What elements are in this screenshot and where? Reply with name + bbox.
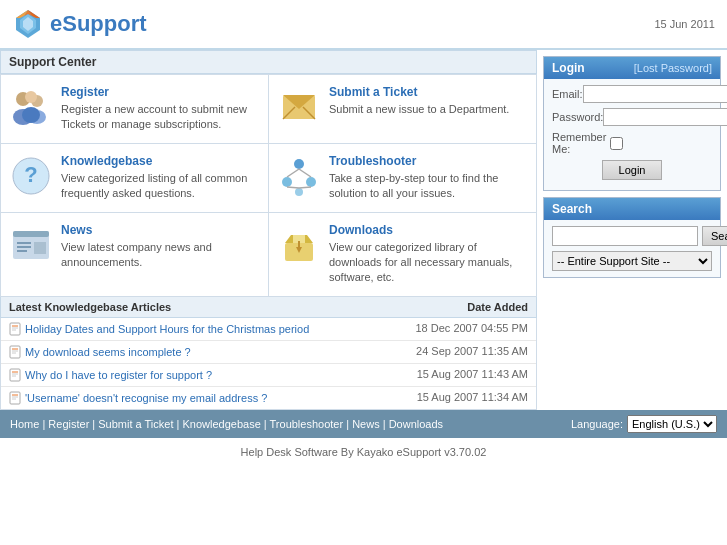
search-header: Search	[544, 198, 720, 220]
svg-rect-27	[13, 231, 49, 237]
kb-date-2: 15 Aug 2007 11:43 AM	[417, 368, 528, 382]
kb-section-header: Latest Knowledgebase Articles Date Added	[0, 297, 537, 318]
feature-cell-register: Register Register a new account to submi…	[1, 75, 269, 144]
feature-text-submit-ticket: Submit a Ticket Submit a new issue to a …	[329, 85, 509, 117]
svg-point-20	[306, 177, 316, 187]
email-row: Email:	[552, 85, 712, 103]
troubleshooter-link[interactable]: Troubleshooter	[329, 154, 528, 168]
logo-area: eSupport	[12, 8, 147, 40]
feature-cell-submit-ticket: Submit a Ticket Submit a new issue to a …	[269, 75, 537, 144]
remember-row: Remember Me:	[552, 131, 712, 155]
submit-ticket-icon	[277, 85, 321, 129]
footer-link-kb[interactable]: Knowledgebase	[182, 418, 260, 430]
register-desc: Register a new account to submit new Tic…	[61, 103, 247, 130]
search-title: Search	[552, 202, 592, 216]
remember-checkbox[interactable]	[610, 137, 623, 150]
language-select[interactable]: English (U.S.)	[627, 415, 717, 433]
feature-cell-downloads: Downloads View our categorized library o…	[269, 213, 537, 297]
kb-row: Holiday Dates and Support Hours for the …	[1, 318, 536, 341]
svg-rect-41	[10, 346, 20, 358]
svg-line-23	[299, 169, 311, 177]
submit-ticket-link[interactable]: Submit a Ticket	[329, 85, 509, 99]
logo-text: eSupport	[50, 11, 147, 37]
svg-point-18	[294, 159, 304, 169]
login-header: Login [Lost Password]	[544, 57, 720, 79]
password-label: Password:	[552, 111, 603, 123]
doc-icon	[9, 345, 21, 359]
login-button[interactable]: Login	[602, 160, 663, 180]
register-icon	[9, 85, 53, 129]
kb-article-link-3[interactable]: 'Username' doesn't recognise my email ad…	[9, 391, 267, 405]
footer-link-downloads[interactable]: Downloads	[389, 418, 443, 430]
footer-links: Home | Register | Submit a Ticket | Know…	[10, 418, 443, 430]
remember-label: Remember Me:	[552, 131, 610, 155]
svg-rect-36	[298, 241, 300, 249]
kb-icon: ?	[9, 154, 53, 198]
register-link[interactable]: Register	[61, 85, 260, 99]
content-area: Support Center Register	[0, 50, 537, 410]
login-form: Email: Password: Remember Me:	[544, 79, 720, 190]
search-button[interactable]: Search	[702, 226, 727, 246]
kb-article-link-1[interactable]: My download seems incomplete ?	[9, 345, 191, 359]
kb-date-1: 24 Sep 2007 11:35 AM	[416, 345, 528, 359]
language-select-area: Language: English (U.S.)	[571, 415, 717, 433]
svg-rect-28	[17, 242, 31, 244]
svg-point-21	[295, 188, 303, 196]
feature-grid: Register Register a new account to submi…	[0, 74, 537, 297]
kb-article-link-2[interactable]: Why do I have to register for support ?	[9, 368, 212, 382]
doc-icon	[9, 322, 21, 336]
feature-text-downloads: Downloads View our categorized library o…	[329, 223, 528, 286]
password-input[interactable]	[603, 108, 727, 126]
footer-link-home[interactable]: Home	[10, 418, 39, 430]
date-display: 15 Jun 2011	[654, 18, 715, 30]
svg-rect-29	[17, 246, 31, 248]
svg-rect-45	[10, 369, 20, 381]
feature-text-troubleshooter: Troubleshooter Take a step-by-step tour …	[329, 154, 528, 202]
news-icon	[9, 223, 53, 267]
password-row: Password:	[552, 108, 712, 126]
search-input[interactable]	[552, 226, 698, 246]
svg-point-11	[22, 107, 40, 123]
svg-point-19	[282, 177, 292, 187]
kb-row: My download seems incomplete ? 24 Sep 20…	[1, 341, 536, 364]
feature-text-kb: Knowledgebase View categorized listing o…	[61, 154, 260, 202]
search-box: Search Search -- Entire Support Site --	[543, 197, 721, 278]
doc-icon	[9, 368, 21, 382]
lost-password-link[interactable]: [Lost Password]	[634, 62, 712, 74]
search-scope-select[interactable]: -- Entire Support Site --	[552, 251, 712, 271]
svg-line-22	[287, 169, 299, 177]
sidebar: Login [Lost Password] Email: Password:	[537, 50, 727, 410]
header: eSupport 15 Jun 2011	[0, 0, 727, 50]
login-title: Login	[552, 61, 585, 75]
footer-link-news[interactable]: News	[352, 418, 380, 430]
troubleshooter-desc: Take a step-by-step tour to find the sol…	[329, 172, 498, 199]
doc-icon	[9, 391, 21, 405]
news-link[interactable]: News	[61, 223, 260, 237]
footer-nav: Home | Register | Submit a Ticket | Know…	[0, 410, 727, 438]
feature-text-register: Register Register a new account to submi…	[61, 85, 260, 133]
kb-row: 'Username' doesn't recognise my email ad…	[1, 387, 536, 409]
kb-link[interactable]: Knowledgebase	[61, 154, 260, 168]
login-box: Login [Lost Password] Email: Password:	[543, 56, 721, 191]
svg-rect-31	[34, 242, 46, 254]
email-input[interactable]	[584, 86, 727, 102]
footer-link-troubleshooter[interactable]: Troubleshooter	[270, 418, 344, 430]
news-desc: View latest company news and announcemen…	[61, 241, 212, 268]
support-center-bar: Support Center	[0, 50, 537, 74]
kb-list: Holiday Dates and Support Hours for the …	[0, 318, 537, 410]
feature-cell-kb: ? Knowledgebase View categorized listing…	[1, 144, 269, 213]
svg-rect-37	[10, 323, 20, 335]
kb-section-title: Latest Knowledgebase Articles	[9, 301, 171, 313]
email-input-wrapper	[583, 85, 727, 103]
kb-date-header: Date Added	[467, 301, 528, 313]
kb-article-link-0[interactable]: Holiday Dates and Support Hours for the …	[9, 322, 309, 336]
footer-link-submit[interactable]: Submit a Ticket	[98, 418, 173, 430]
footer-link-register[interactable]: Register	[48, 418, 89, 430]
kb-row: Why do I have to register for support ? …	[1, 364, 536, 387]
main-layout: Support Center Register	[0, 50, 727, 410]
svg-line-24	[287, 187, 299, 188]
feature-cell-troubleshooter: Troubleshooter Take a step-by-step tour …	[269, 144, 537, 213]
feature-text-news: News View latest company news and announ…	[61, 223, 260, 271]
feature-cell-news: News View latest company news and announ…	[1, 213, 269, 297]
downloads-link[interactable]: Downloads	[329, 223, 528, 237]
